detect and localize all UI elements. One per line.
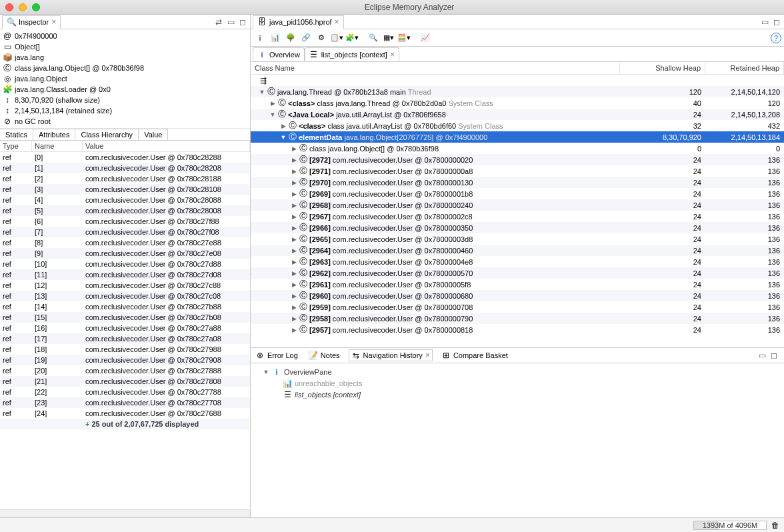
attribute-row[interactable]: ref[16]com.reclusivecoder.User @ 0x780c2…	[0, 323, 250, 333]
query-button[interactable]: 🧩▾	[345, 31, 359, 45]
attribute-row[interactable]: ref[17]com.reclusivecoder.User @ 0x780c2…	[0, 333, 250, 344]
expand-toggle[interactable]: ▶	[291, 202, 297, 209]
window-close-button[interactable]	[5, 3, 13, 11]
navigation-history-body[interactable]: ▼iOverviewPane📊unreachable_objects☰list_…	[251, 363, 784, 517]
tree-row[interactable]: ▼Ⓒjava.lang.Thread @ 0x780b213a8 main Th…	[251, 86, 784, 97]
maximize-icon[interactable]: ◻	[772, 17, 781, 27]
attribute-row[interactable]: ref[12]com.reclusivecoder.User @ 0x780c2…	[0, 280, 250, 291]
tree-row[interactable]: ▼ⒸelementData java.lang.Object[20767725]…	[251, 131, 784, 143]
attribute-row[interactable]: ref[6]com.reclusivecoder.User @ 0x780c27…	[0, 216, 250, 227]
expand-toggle[interactable]: ▶	[291, 191, 297, 197]
attribute-row[interactable]: ref[0]com.reclusivecoder.User @ 0x780c28…	[0, 152, 250, 163]
close-icon[interactable]: ×	[335, 17, 339, 27]
regex-row[interactable]: ⇶	[251, 75, 784, 86]
close-icon[interactable]: ×	[425, 351, 430, 360]
expand-toggle[interactable]: ▼	[269, 111, 276, 118]
tree-row[interactable]: ▶Ⓒ[2961] com.reclusivecoder.User @ 0x780…	[251, 279, 784, 290]
info-button[interactable]: i	[253, 31, 267, 45]
tree-row[interactable]: ▼Ⓒ<Java Local> java.util.ArrayList @ 0x7…	[251, 109, 784, 120]
search-button[interactable]: 🔍	[367, 31, 380, 45]
inspector-item[interactable]: 🧩java.lang.ClassLoader @ 0x0	[3, 84, 247, 95]
expand-toggle[interactable]: ▶	[291, 247, 297, 254]
bottom-tab-notes[interactable]: 📝Notes	[307, 350, 342, 361]
tree-row[interactable]: ▶Ⓒ[2972] com.reclusivecoder.User @ 0x780…	[251, 154, 784, 165]
attribute-row[interactable]: ref[23]com.reclusivecoder.User @ 0x780c2…	[0, 397, 250, 408]
calc-button[interactable]: 🧮▾	[397, 31, 411, 45]
subtab-attributes[interactable]: Attributes	[33, 129, 75, 140]
inspector-item[interactable]: ⊘no GC root	[3, 116, 247, 127]
tree-row[interactable]: ▶Ⓒ<class> class java.lang.Thread @ 0x780…	[251, 97, 784, 109]
tree-row[interactable]: ▶Ⓒ[2967] com.reclusivecoder.User @ 0x780…	[251, 211, 784, 222]
groupby-button[interactable]: ▦▾	[382, 31, 395, 45]
tab-inspector[interactable]: 🔍 Inspector ×	[2, 15, 61, 29]
horizontal-scrollbar[interactable]	[0, 509, 250, 517]
expand-toggle[interactable]: ▶	[291, 270, 297, 277]
tree-row[interactable]: ▶Ⓒ[2964] com.reclusivecoder.User @ 0x780…	[251, 245, 784, 256]
col-retained[interactable]: Retained Heap	[705, 62, 784, 74]
col-shallow[interactable]: Shallow Heap	[620, 62, 705, 74]
trash-icon[interactable]: 🗑	[771, 521, 780, 530]
tree-row[interactable]: ▶Ⓒ[2971] com.reclusivecoder.User @ 0x780…	[251, 165, 784, 177]
help-button[interactable]: ?	[771, 33, 781, 43]
tree-row[interactable]: ▶Ⓒ[2958] com.reclusivecoder.User @ 0x780…	[251, 313, 784, 324]
thread-button[interactable]: 🔗	[299, 31, 313, 45]
maximize-icon[interactable]: ◻	[238, 17, 247, 27]
report-button[interactable]: 📋▾	[330, 31, 343, 45]
gear-button[interactable]: ⚙	[315, 31, 328, 45]
subtab-overview[interactable]: iOverview	[253, 47, 305, 61]
tree-row[interactable]: ▶Ⓒ[2960] com.reclusivecoder.User @ 0x780…	[251, 290, 784, 301]
bottom-tab-navigation-history[interactable]: ⇆Navigation History×	[349, 349, 433, 361]
expand-toggle[interactable]: ▶	[291, 179, 297, 186]
attribute-row[interactable]: ref[7]com.reclusivecoder.User @ 0x780c27…	[0, 227, 250, 237]
tree-row[interactable]: ▶Ⓒ<class> class java.util.ArrayList @ 0x…	[251, 120, 784, 131]
close-icon[interactable]: ×	[390, 50, 395, 59]
expand-toggle[interactable]: ▼	[280, 134, 287, 141]
expand-toggle[interactable]: ▶	[291, 168, 297, 175]
attribute-row[interactable]: ref[18]com.reclusivecoder.User @ 0x780c2…	[0, 344, 250, 355]
attribute-row[interactable]: ref[11]com.reclusivecoder.User @ 0x780c2…	[0, 269, 250, 280]
expand-toggle[interactable]: ▶	[291, 236, 297, 243]
attribute-row[interactable]: ref[14]com.reclusivecoder.User @ 0x780c2…	[0, 301, 250, 312]
nav-history-item[interactable]: 📊unreachable_objects	[256, 377, 779, 389]
inspector-item[interactable]: 📦java.lang	[3, 52, 247, 63]
tree-row[interactable]: ▶Ⓒ[2963] com.reclusivecoder.User @ 0x780…	[251, 256, 784, 267]
tab-file[interactable]: 🗄 java_pid1056.hprof ×	[253, 15, 344, 29]
subtab-list_objects[interactable]: ☰list_objects [context]×	[305, 47, 399, 61]
link-icon[interactable]: ⇄	[214, 17, 223, 27]
attributes-body[interactable]: ref[0]com.reclusivecoder.User @ 0x780c28…	[0, 152, 250, 509]
expand-toggle[interactable]: ▶	[291, 259, 297, 265]
tree-row[interactable]: ▶Ⓒ[2965] com.reclusivecoder.User @ 0x780…	[251, 233, 784, 245]
attribute-row[interactable]: ref[2]com.reclusivecoder.User @ 0x780c28…	[0, 173, 250, 184]
attribute-row[interactable]: ref[22]com.reclusivecoder.User @ 0x780c2…	[0, 387, 250, 397]
subtab-class hierarchy[interactable]: Class Hierarchy	[75, 129, 139, 140]
minimize-icon[interactable]: ▭	[760, 17, 769, 27]
inspector-item[interactable]: Ⓒclass java.lang.Object[] @ 0x780b36f98	[3, 63, 247, 73]
heap-meter[interactable]: 1393M of 4096M	[693, 521, 767, 530]
subtab-statics[interactable]: Statics	[0, 129, 33, 140]
inspector-item[interactable]: ◎java.lang.Object	[3, 73, 247, 84]
attribute-row[interactable]: ref[8]com.reclusivecoder.User @ 0x780c27…	[0, 237, 250, 248]
minimize-icon[interactable]: ▭	[757, 351, 767, 360]
show-more-row[interactable]: + 25 out of 2,07,67,725 displayed	[0, 419, 250, 429]
subtab-value[interactable]: Value	[138, 129, 168, 140]
expand-toggle[interactable]: ▶	[280, 123, 287, 129]
col-type[interactable]: Type	[0, 141, 32, 151]
histogram-button[interactable]: 📊	[269, 31, 282, 45]
expand-toggle[interactable]: ▶	[269, 100, 276, 107]
expand-toggle[interactable]: ▼	[259, 89, 265, 95]
col-name[interactable]: Name	[32, 141, 83, 151]
tree-button[interactable]: 🌳	[284, 31, 297, 45]
expand-toggle[interactable]: ▶	[291, 213, 297, 220]
attribute-row[interactable]: ref[15]com.reclusivecoder.User @ 0x780c2…	[0, 312, 250, 323]
attribute-row[interactable]: ref[3]com.reclusivecoder.User @ 0x780c28…	[0, 184, 250, 195]
expand-toggle[interactable]: ▼	[263, 369, 269, 375]
expand-toggle[interactable]: ▶	[291, 327, 297, 333]
tree-row[interactable]: ▶Ⓒclass java.lang.Object[] @ 0x780b36f98…	[251, 143, 784, 154]
window-minimize-button[interactable]	[19, 3, 27, 11]
tree-row[interactable]: ▶Ⓒ[2962] com.reclusivecoder.User @ 0x780…	[251, 267, 784, 279]
col-value[interactable]: Value	[83, 141, 250, 151]
tree-row[interactable]: ▶Ⓒ[2957] com.reclusivecoder.User @ 0x780…	[251, 324, 784, 335]
close-icon[interactable]: ×	[51, 17, 56, 27]
nav-history-item[interactable]: ☰list_objects [context]	[256, 389, 779, 400]
minimize-icon[interactable]: ▭	[226, 17, 235, 27]
